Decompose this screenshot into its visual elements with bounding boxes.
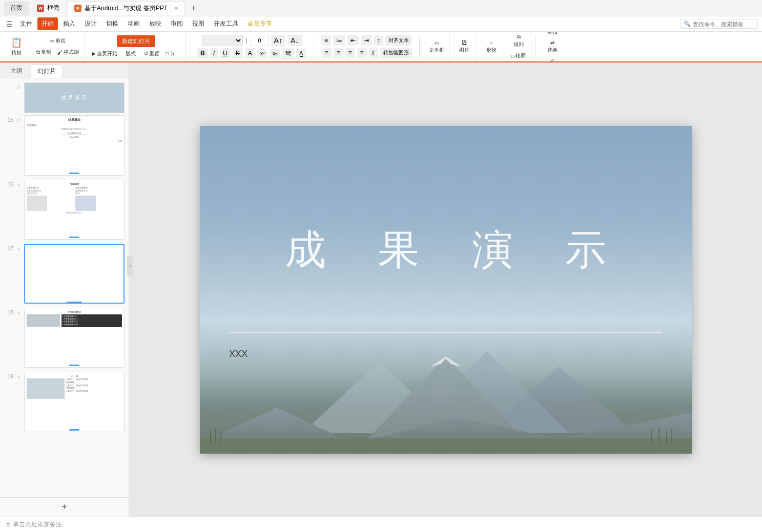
menu-developer[interactable]: 开发工具: [210, 17, 242, 30]
find-button[interactable]: 🔍 查找: [543, 32, 562, 37]
shadow-button[interactable]: A̲: [296, 49, 306, 58]
add-slide-button[interactable]: +: [0, 497, 129, 517]
menu-insert[interactable]: 插入: [59, 17, 79, 30]
outline-button[interactable]: □ 轮廓: [509, 51, 528, 60]
arrange-button[interactable]: ⧉ 排列: [509, 33, 528, 49]
layout-button[interactable]: 版式: [121, 49, 140, 58]
numbering-button[interactable]: ≔: [333, 35, 345, 46]
bold-button[interactable]: B: [197, 48, 208, 58]
menu-review[interactable]: 审阅: [167, 17, 187, 30]
picture-button[interactable]: 🖼 图片: [455, 39, 473, 55]
slide-thumb-16[interactable]: *★★★★ 竞赛实施方法 策略实施展示说明文字区域 方案实施效果 效果描述文字区…: [24, 180, 125, 240]
main-layout: 大纲 幻灯片 ☆ 成果演示: [0, 62, 762, 517]
slide-number-15: 15: [4, 115, 13, 123]
slide-thumb-15[interactable]: 结果算法 结果算法 p(d|f(1,item):y,p(1,item,...))…: [24, 115, 125, 176]
strikethrough-button[interactable]: S: [233, 48, 243, 58]
search-box[interactable]: 🔍: [680, 19, 758, 29]
menu-view[interactable]: 视图: [188, 17, 209, 30]
increase-indent-button[interactable]: ⇥: [361, 35, 372, 46]
separator-text: |: [245, 37, 249, 44]
active-indicator-17: [67, 302, 82, 303]
slide-item-top[interactable]: ☆ 成果演示: [4, 82, 125, 113]
menu-transition[interactable]: 切换: [102, 17, 122, 30]
slide-thumb-18[interactable]: 经验和教训 ▪ 经验教训条目一 ▪ 经验教训条目二: [24, 308, 125, 368]
slide-item-19[interactable]: 19 ☆ ☆ _ ★ ● 条目一：描述文字: [4, 372, 125, 432]
subscript-button[interactable]: x₂: [270, 49, 280, 58]
italic-button[interactable]: I: [210, 48, 218, 58]
collapse-panel-button[interactable]: ‹: [127, 256, 133, 276]
close-tab-icon[interactable]: ✕: [174, 5, 178, 12]
slide-item-17[interactable]: 17 ☆ 04 经验和教训 图片区域: [4, 244, 125, 304]
notes-bar[interactable]: ≡ 单击此处添加备注: [0, 517, 762, 532]
cut-copy-row: ✂ 剪切: [48, 36, 68, 46]
convert-shape-button[interactable]: 转智能图形: [380, 48, 412, 58]
slide-title[interactable]: 成 果 演 示: [200, 223, 692, 278]
align-right-button[interactable]: ≡: [345, 48, 355, 58]
slide-thumb-19[interactable]: ☆ _ ★ ● 条目一：描述文字内容 说明详情 ● 条目二：描述文字内容 说明详…: [24, 372, 125, 432]
shape-button[interactable]: ○ 形状: [482, 39, 501, 55]
reset-button[interactable]: ↺ 重置: [142, 49, 161, 58]
menu-member[interactable]: 会员专享: [243, 17, 276, 30]
hamburger-icon[interactable]: ☰: [4, 19, 15, 29]
notes-placeholder[interactable]: 单击此处添加备注: [13, 520, 62, 529]
menu-start[interactable]: 开始: [37, 17, 58, 30]
canvas-area[interactable]: 成 果 演 示 XXX: [129, 62, 762, 517]
line-spacing-button[interactable]: ↕: [374, 35, 383, 46]
copy-button[interactable]: ⧉ 复制: [34, 48, 53, 57]
home-tab-label: 首页: [10, 4, 23, 12]
play-icon: ▶: [92, 51, 96, 56]
bullets-button[interactable]: ≡: [321, 35, 331, 46]
textbox-button[interactable]: ▭ 文本框: [427, 39, 446, 55]
section-button[interactable]: □ 节: [163, 49, 182, 58]
format-painter-button[interactable]: 🖌 格式刷: [55, 48, 81, 57]
add-tab-button[interactable]: +: [187, 4, 200, 13]
new-slide-button[interactable]: 新建幻灯片: [117, 35, 155, 47]
section-icon: □: [166, 51, 169, 56]
cut-button[interactable]: ✂ 剪切: [48, 36, 68, 46]
separator-4: [536, 36, 536, 57]
font-name-select[interactable]: [202, 35, 243, 46]
underline-button[interactable]: U: [220, 48, 231, 58]
font-size-input[interactable]: [251, 35, 269, 46]
menu-design[interactable]: 设计: [80, 17, 101, 30]
select-button[interactable]: ⊹ 选择: [543, 57, 562, 63]
increase-font-button[interactable]: A↑: [271, 35, 285, 46]
picture-icon: 🖼: [462, 40, 467, 46]
columns-button[interactable]: ⫿: [369, 48, 378, 58]
undo-redo-group: ☰: [4, 19, 15, 29]
tab-outline-label: 大纲: [10, 67, 23, 74]
superscript-button[interactable]: x²: [257, 49, 267, 58]
ppt-tab[interactable]: P 基于Android...与实现 答辩PPT ✕: [68, 1, 185, 15]
menu-animation[interactable]: 动画: [123, 17, 144, 30]
align-center-button[interactable]: ≡: [334, 48, 343, 58]
font-group: | A↑ A↓ B I U S A x² x₂ 彎 A̲: [194, 32, 310, 61]
search-input[interactable]: [693, 21, 754, 27]
svg-rect-13: [671, 428, 672, 443]
decrease-indent-button[interactable]: ⇤: [347, 35, 359, 46]
justify-button[interactable]: ≡: [357, 48, 367, 58]
slide-subtitle[interactable]: XXX: [229, 349, 248, 359]
slide-thumb-top[interactable]: 成果演示: [24, 82, 125, 113]
replace-button[interactable]: ⇄ 替换: [543, 39, 562, 55]
wps-tab[interactable]: W 框壳: [31, 1, 66, 15]
main-slide-canvas[interactable]: 成 果 演 示 XXX: [200, 126, 692, 454]
home-tab[interactable]: 首页: [4, 1, 29, 15]
current-start-button[interactable]: ▶ 当页开始: [90, 49, 119, 58]
align-left-button[interactable]: ≡: [322, 48, 332, 58]
menu-file[interactable]: 文件: [16, 17, 36, 30]
star-top: ☆: [16, 82, 21, 90]
tab-slides[interactable]: 幻灯片: [31, 65, 63, 78]
slide-item-16[interactable]: 16 ☆ *★★★★ 竞赛实施方法 策略实施展示说明文字区域: [4, 180, 125, 240]
insert-group: ▭ 文本框: [424, 32, 450, 61]
paste-button[interactable]: 📋 粘贴: [7, 36, 26, 57]
slide-item-15[interactable]: 15 ☆ 结果算法 结果算法 p(d|f(1,item):y,p(1,item,…: [4, 115, 125, 176]
slide-thumb-17[interactable]: 04 经验和教训 图片区域: [24, 244, 125, 304]
font-color-button[interactable]: A: [245, 48, 255, 58]
slide-item-18[interactable]: 18 ☆ 经验和教训: [4, 308, 125, 368]
tab-outline[interactable]: 大纲: [4, 65, 29, 78]
align-text-button[interactable]: 对齐文本: [385, 35, 412, 46]
transform-button[interactable]: 彎: [282, 48, 294, 59]
copy-icon: ⧉: [36, 49, 40, 55]
menu-slideshow[interactable]: 放映: [145, 17, 166, 30]
decrease-font-button[interactable]: A↓: [287, 35, 302, 46]
